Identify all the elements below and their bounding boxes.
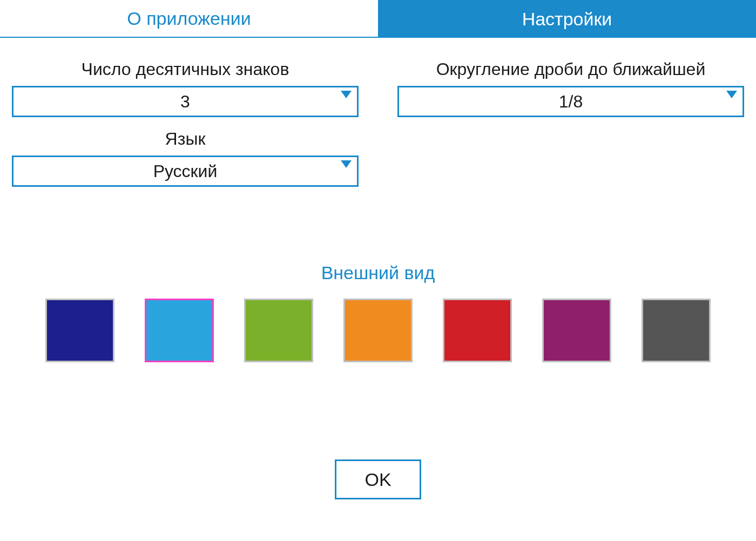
language-label: Язык <box>165 129 206 149</box>
fraction-round-label: Округление дроби до ближайшей <box>436 59 706 79</box>
tab-about-label: О приложении <box>127 8 251 29</box>
color-swatch-6[interactable] <box>642 299 711 362</box>
color-swatch-2[interactable] <box>244 299 313 362</box>
color-swatch-1[interactable] <box>145 299 214 362</box>
appearance-label: Внешний вид <box>12 262 744 283</box>
language-value: Русский <box>153 161 218 181</box>
color-swatch-row <box>12 299 744 362</box>
ok-button[interactable]: OK <box>335 459 421 499</box>
color-swatch-4[interactable] <box>443 299 512 362</box>
ok-button-label: OK <box>364 469 391 490</box>
language-select[interactable]: Русский <box>12 155 359 187</box>
decimal-places-value: 3 <box>180 92 190 112</box>
fraction-round-select[interactable]: 1/8 <box>397 86 744 117</box>
tab-about[interactable]: О приложении <box>0 0 378 38</box>
chevron-down-icon <box>341 91 352 98</box>
fraction-round-value: 1/8 <box>559 92 583 112</box>
chevron-down-icon <box>341 160 352 168</box>
color-swatch-0[interactable] <box>45 299 114 362</box>
color-swatch-5[interactable] <box>542 299 611 362</box>
tab-settings-label: Настройки <box>522 9 612 30</box>
decimal-places-label: Число десятичных знаков <box>82 59 289 79</box>
decimal-places-select[interactable]: 3 <box>12 86 359 117</box>
tab-settings[interactable]: Настройки <box>378 0 756 38</box>
color-swatch-3[interactable] <box>343 299 413 362</box>
chevron-down-icon <box>726 91 737 98</box>
